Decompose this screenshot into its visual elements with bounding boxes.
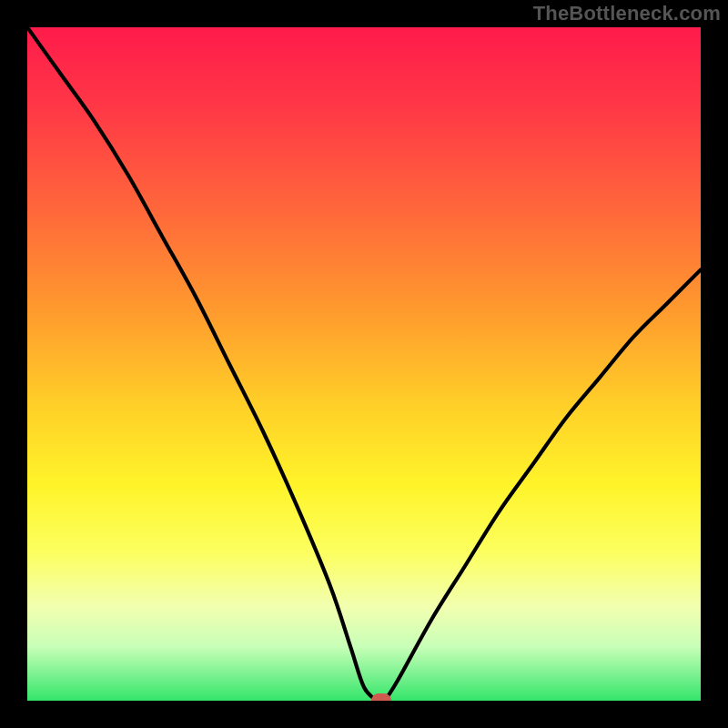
- bottleneck-curve: [27, 27, 701, 701]
- chart-frame: TheBottleneck.com: [0, 0, 728, 728]
- plot-area: [27, 27, 701, 701]
- watermark-text: TheBottleneck.com: [533, 2, 721, 25]
- curve-layer: [27, 27, 701, 701]
- optimal-point-marker: [371, 693, 391, 701]
